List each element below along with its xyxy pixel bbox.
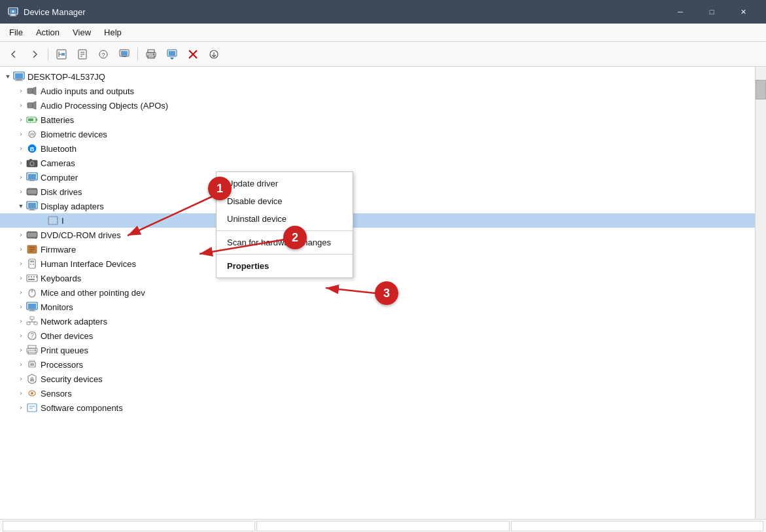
status-section-1	[3, 521, 255, 531]
expand-0[interactable]: ›	[16, 86, 26, 96]
svg-point-77	[31, 290, 33, 292]
back-button[interactable]	[4, 45, 24, 63]
expand-16[interactable]: ›	[16, 316, 26, 327]
tree-item-9[interactable]: I	[0, 213, 755, 228]
tree-item-1[interactable]: ›Audio Processing Objects (APOs)	[0, 98, 755, 113]
print-button[interactable]	[141, 45, 161, 63]
svg-point-59	[35, 238, 37, 239]
tree-item-4[interactable]: ›BBluetooth	[0, 141, 755, 156]
expand-3[interactable]: ›	[16, 129, 26, 139]
expand-1[interactable]: ›	[16, 100, 26, 111]
menu-view[interactable]: View	[66, 25, 97, 40]
menu-help[interactable]: Help	[97, 25, 128, 40]
label-22: Software components	[41, 403, 123, 413]
tree-item-3[interactable]: ›Biometric devices	[0, 127, 755, 141]
maximize-button[interactable]: □	[697, 0, 727, 24]
expand-18[interactable]: ›	[16, 345, 26, 355]
svg-text:B: B	[30, 146, 35, 152]
tree-item-6[interactable]: ›Computer	[0, 170, 755, 185]
label-21: Sensors	[41, 389, 72, 399]
download-button[interactable]	[204, 45, 224, 63]
tree-view-button[interactable]	[52, 45, 71, 63]
icon-11	[26, 243, 38, 255]
app-icon	[8, 7, 18, 17]
tree-item-18[interactable]: ›Print queues	[0, 343, 755, 357]
tree-item-13[interactable]: ›Keyboards	[0, 271, 755, 285]
expand-11[interactable]: ›	[16, 244, 26, 255]
ctx-uninstall-device[interactable]: Uninstall device	[217, 210, 353, 228]
svg-rect-54	[30, 209, 34, 210]
tree-item-8[interactable]: ▼Display adapters	[0, 199, 755, 213]
scrollbar[interactable]	[755, 67, 766, 519]
expand-14[interactable]: ›	[16, 287, 26, 298]
menu-bar: File Action View Help	[0, 24, 766, 42]
expand-13[interactable]: ›	[16, 273, 26, 283]
svg-rect-45	[29, 159, 32, 161]
title-bar-left: Device Manager	[8, 7, 86, 17]
root-expand[interactable]: ▼	[3, 71, 13, 82]
svg-rect-47	[28, 174, 36, 179]
computer-icon	[13, 71, 25, 82]
tree-item-17[interactable]: ›?Other devices	[0, 328, 755, 343]
menu-action[interactable]: Action	[29, 25, 66, 40]
ctx-disable-device[interactable]: Disable device	[217, 192, 353, 210]
tree-item-2[interactable]: ›Batteries	[0, 113, 755, 127]
help-button[interactable]: ?	[94, 45, 113, 63]
tree-item-19[interactable]: ›Processors	[0, 357, 755, 372]
tree-item-15[interactable]: ›Monitors	[0, 300, 755, 314]
tree-item-16[interactable]: ›Network adapters	[0, 314, 755, 328]
root-label: DESKTOP-4L537JQ	[27, 72, 105, 82]
expand-2[interactable]: ›	[16, 115, 26, 125]
svg-rect-34	[27, 103, 33, 108]
tree-item-0[interactable]: ›Audio inputs and outputs	[0, 84, 755, 98]
svg-rect-16	[121, 51, 128, 56]
expand-20[interactable]: ›	[16, 374, 26, 384]
expand-17[interactable]: ›	[16, 330, 26, 341]
expand-12[interactable]: ›	[16, 258, 26, 269]
label-6: Computer	[41, 173, 78, 183]
expand-22[interactable]: ›	[16, 402, 26, 413]
svg-rect-82	[30, 317, 34, 319]
forward-button[interactable]	[25, 45, 44, 63]
svg-rect-95	[30, 363, 34, 366]
tree-item-7[interactable]: ›Disk drives	[0, 185, 755, 199]
expand-19[interactable]: ›	[16, 359, 26, 370]
remove-button[interactable]	[183, 45, 203, 63]
tree-item-20[interactable]: ›Security devices	[0, 372, 755, 386]
minimize-button[interactable]: ─	[665, 0, 695, 24]
svg-rect-74	[36, 276, 37, 277]
label-15: Monitors	[41, 302, 73, 312]
close-button[interactable]: ✕	[728, 0, 758, 24]
label-8: Display adapters	[41, 202, 104, 211]
tree-item-10[interactable]: ›DVD/CD-ROM drives	[0, 228, 755, 242]
tree-item-12[interactable]: ›Human Interface Devices	[0, 257, 755, 271]
tree-item-21[interactable]: ›Sensors	[0, 386, 755, 400]
tree-root: ▼ DESKTOP-4L537JQ ›Audio inputs and outp…	[0, 69, 755, 415]
device-view-button[interactable]	[114, 45, 134, 63]
svg-rect-71	[33, 276, 35, 277]
annotation-1: 1	[208, 177, 232, 200]
expand-10[interactable]: ›	[16, 230, 26, 240]
label-2: Batteries	[41, 115, 74, 125]
expand-7[interactable]: ›	[16, 186, 26, 197]
tree-item-22[interactable]: ›Software components	[0, 400, 755, 415]
scan-button[interactable]	[162, 45, 182, 63]
svg-text:?: ?	[101, 52, 105, 58]
icon-16	[26, 315, 38, 327]
expand-4[interactable]: ›	[16, 143, 26, 154]
expand-21[interactable]: ›	[16, 388, 26, 399]
ctx-properties[interactable]: Properties	[217, 257, 353, 275]
expand-8[interactable]: ▼	[16, 201, 26, 211]
expand-15[interactable]: ›	[16, 302, 26, 312]
label-11: Firmware	[41, 245, 76, 255]
expand-6[interactable]: ›	[16, 172, 26, 183]
menu-file[interactable]: File	[3, 25, 29, 40]
svg-rect-31	[27, 88, 33, 94]
tree-item-11[interactable]: ›Firmware	[0, 242, 755, 257]
ctx-update-driver[interactable]: Update driver	[217, 175, 353, 192]
properties-button[interactable]	[73, 45, 92, 63]
expand-5[interactable]: ›	[16, 158, 26, 168]
root-node[interactable]: ▼ DESKTOP-4L537JQ	[0, 69, 755, 84]
tree-item-5[interactable]: ›Cameras	[0, 156, 755, 170]
status-section-3	[511, 521, 763, 531]
